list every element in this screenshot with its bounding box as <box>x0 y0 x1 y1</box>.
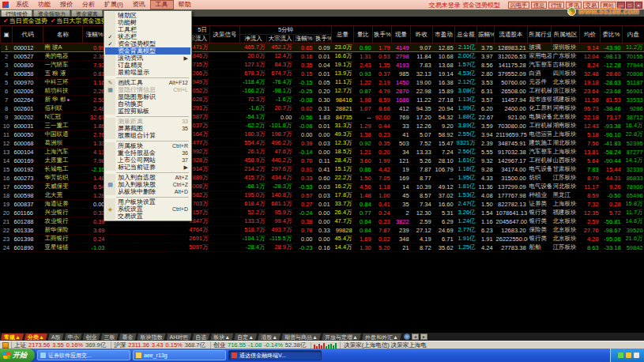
market-tab-板块指数[interactable]: 板块指数 <box>137 334 166 341</box>
market-tab-常规▲[interactable]: 常规▲ <box>1 334 24 341</box>
menubar-item-6[interactable]: 资讯 <box>128 0 150 9</box>
col-header-内盘[interactable]: 内盘 <box>623 26 644 43</box>
table-row[interactable]: 21601288农业银行0.392847万133.3万99.4万0.380.00… <box>1 217 644 226</box>
table-row[interactable]: 24601890亚星锚链-1.035097万-28.4万28.9万-0.230.… <box>1 243 644 252</box>
quick-button-2[interactable]: 信息 <box>531 2 547 9</box>
table-row[interactable]: 20601166兴业银行0.335157万52.2万95.9万-0.240.00… <box>1 209 644 217</box>
menu-item-自动换页[interactable]: 自动换页 <box>105 100 190 107</box>
taskbar-task-2[interactable]: aee_r13g <box>133 350 226 360</box>
market-tab-A股[interactable]: A股 <box>48 334 64 341</box>
market-tab-AH对照[interactable]: AH对照 <box>167 334 192 341</box>
menu-item-重仓持股基金[interactable]: 重仓持股基金36 <box>105 149 190 156</box>
table-row[interactable]: 22601336新华保险3.694764万518.7万493.7万0.780.3… <box>1 226 644 235</box>
menu-item-系统设置[interactable]: ◈系统设置Ctrl+D <box>105 206 190 213</box>
table-row[interactable]: 17600550天威保变6.545008万-68.1万-28.3万-0.530.… <box>1 183 644 191</box>
taskbar-task-1[interactable]: 证券软件应用交... <box>37 350 130 360</box>
menu-item-加入到板块股[interactable]: ▤加入到板块股Ctrl+Z <box>105 181 190 188</box>
col-header-委比%[interactable]: 委比% <box>601 26 623 43</box>
menu-item-状态栏[interactable]: ✓状态栏 <box>105 33 190 40</box>
market-tab-三板[interactable]: 三板 <box>101 334 119 341</box>
menu-item-资金强势模型[interactable]: ✓资金强势模型 <box>105 40 190 47</box>
menubar-item-5[interactable]: 扩展(I) <box>100 0 128 9</box>
minimize-button[interactable]: — <box>617 2 625 9</box>
table-row[interactable]: 9300202N汇冠32.673587万-54.1万0.00-0.561.838… <box>1 113 644 122</box>
menu-item-滚动资讯[interactable]: 滚动资讯▶ <box>105 55 190 62</box>
market-tab-自选[interactable]: 自选 <box>192 334 209 341</box>
globe-icon[interactable] <box>404 334 410 340</box>
tray-icon-3[interactable] <box>634 353 639 358</box>
col-header-市盈动[interactable]: 市盈动 <box>433 26 455 43</box>
menu-item-用户板块设置[interactable]: 用户板块设置 <box>105 198 190 206</box>
table-row[interactable]: 19600837海通证券0.004703万618.4万681.1万0.270.0… <box>1 200 644 209</box>
market-tab-外盘和外汇▲[interactable]: 外盘和外汇▲ <box>362 334 401 341</box>
menu-item-所属板块[interactable]: 所属板块Ctrl+R <box>105 142 190 149</box>
menubar-item-1[interactable]: 系统 <box>11 0 33 9</box>
market-tab-板块▲[interactable]: 板块▲ <box>210 334 233 341</box>
subcol-5min-大宗流入[interactable]: 大宗流入 <box>267 35 294 43</box>
tab-scroll-right-button[interactable]: ► <box>420 334 427 340</box>
filter-check-icon-2[interactable]: ✔ <box>51 17 56 25</box>
group-header-5min[interactable]: 5分钟 <box>240 26 332 35</box>
market-tab-开放与定增▲[interactable]: 开放与定增▲ <box>322 334 361 341</box>
view-tab-1[interactable]: 行情报价 <box>1 9 32 17</box>
subcol-5min-净流入[interactable]: 净流入 <box>240 35 267 43</box>
table-row[interactable]: 11600050中国联通2.767164万180.3万198.7万0.000.0… <box>1 130 644 139</box>
col-header-均价[interactable]: 均价 <box>580 26 601 43</box>
menu-item-最前端显示[interactable]: 最前端显示 <box>105 69 190 76</box>
menu-item-辅助区[interactable]: 辅助区 <box>105 12 190 19</box>
menu-item-监控剪贴板[interactable]: 监控剪贴板 <box>105 107 190 115</box>
table-row[interactable]: 14600169太原重工7.982928万458.9万440.2万0.700.1… <box>1 156 644 165</box>
menu-item-测量距离[interactable]: 测量距离33 <box>105 118 190 125</box>
quick-button-6[interactable]: 网站 <box>601 2 616 9</box>
start-button[interactable]: 开始 <box>0 349 35 362</box>
quick-button-3[interactable]: 行情 <box>548 2 564 9</box>
close-button[interactable]: × <box>635 2 642 9</box>
menubar-item-7[interactable]: 工具 <box>150 0 174 9</box>
table-row[interactable]: 10600031三一重工1.865637万-62.2万-101.8万-0.080… <box>1 122 644 130</box>
table-row[interactable]: 23601398工商银行0.242691万-104.1万-115.5万0.000… <box>1 235 644 243</box>
col-header-代码[interactable]: 代码 <box>13 26 43 43</box>
table-row[interactable]: 8002601佰利联2.482291万-1.6万20.7万0.020.31288… <box>1 104 644 113</box>
table-row[interactable]: 13600104上海汽车4.134992万26.1万47.6万-0.140.00… <box>1 148 644 156</box>
quick-button-5[interactable]: 交易 <box>583 2 599 9</box>
menubar-item-8[interactable]: 帮助 <box>174 0 196 9</box>
table-row[interactable]: 4000858五 粮 液0.814266万678.3万674.7万0.150.0… <box>1 70 644 78</box>
tray-icon-2[interactable] <box>626 353 631 358</box>
market-tab-港股▲[interactable]: 港股▲ <box>258 334 281 341</box>
view-tab-3[interactable]: 资金背离 <box>71 9 103 17</box>
col-header-涨幅%[interactable]: 涨幅% <box>83 26 107 43</box>
menu-item-交易设置[interactable]: 交易设置 <box>105 213 190 220</box>
market-tab-创业[interactable]: 创业 <box>83 334 100 341</box>
market-tab-分类▲[interactable]: 分类▲ <box>24 334 47 341</box>
menu-item-上市公司网站[interactable]: 上市公司网站37 <box>105 156 190 164</box>
menu-item-屏幕截图[interactable]: 屏幕截图35 <box>105 125 190 132</box>
menu-item-加入到自选股[interactable]: 加入到自选股Alt+Z <box>105 174 190 181</box>
tab-scroll-left-button[interactable]: ◄ <box>412 334 419 340</box>
table-row[interactable]: 3000800一汽轿车7.923715万127.1万84.3万0.350.041… <box>1 61 644 70</box>
market-tab-基金[interactable]: 基金 <box>119 334 137 341</box>
menu-item-显隐图形标识[interactable]: 显隐图形标识 <box>105 93 190 100</box>
menu-item-画线工具[interactable]: ✎画线工具Alt+F12 <box>105 79 190 86</box>
menu-item-订盘精灵[interactable]: 订盘精灵 <box>105 62 190 69</box>
col-header-总量[interactable]: 总量 <box>332 26 354 43</box>
menu-item-资金背离模型[interactable]: 资金背离模型 <box>105 47 190 55</box>
col-header-昨收[interactable]: 昨收 <box>411 26 433 43</box>
col-header-量比[interactable]: 量比 <box>354 26 373 43</box>
subcol-5min-换手%[interactable]: 换手% <box>314 35 332 43</box>
col-header-名称[interactable]: 名称 <box>43 26 83 43</box>
view-tab-2[interactable]: 资金领动力 <box>33 9 70 17</box>
quick-button-1[interactable]: 闪电手 <box>508 2 529 9</box>
table-row[interactable]: 1000012南 玻A0.992471万465.7万452.1万0.650.09… <box>1 43 644 52</box>
table-row[interactable]: 12600068葛洲坝1.333477万554.4万496.2万0.390.03… <box>1 139 644 148</box>
table-row[interactable]: 6002006精功科技2.262652万-166.2万-98.1万-0.250.… <box>1 87 644 96</box>
tray-icon-1[interactable] <box>618 353 623 358</box>
table-row[interactable]: 2000527美的电器2.366846万20.0万12.4万0.160.0116… <box>1 52 644 61</box>
menu-item-标记当前证券[interactable]: 标记当前证券▶ <box>105 164 190 171</box>
table-row[interactable]: 7002264新 华 都2.503628万72.3万-1.6万-0.080.30… <box>1 96 644 104</box>
market-tab-自定▲[interactable]: 自定▲ <box>234 334 257 341</box>
menu-item-显隐行情信息[interactable]: ▦显隐行情信息Ctrl+L <box>105 86 190 93</box>
col-header-总金额[interactable]: 总金额 <box>455 26 477 43</box>
filter-check-icon-1[interactable]: ✔ <box>3 17 9 25</box>
col-header-振幅%[interactable]: 振幅% <box>477 26 495 43</box>
maximize-button[interactable]: □ <box>626 2 634 9</box>
